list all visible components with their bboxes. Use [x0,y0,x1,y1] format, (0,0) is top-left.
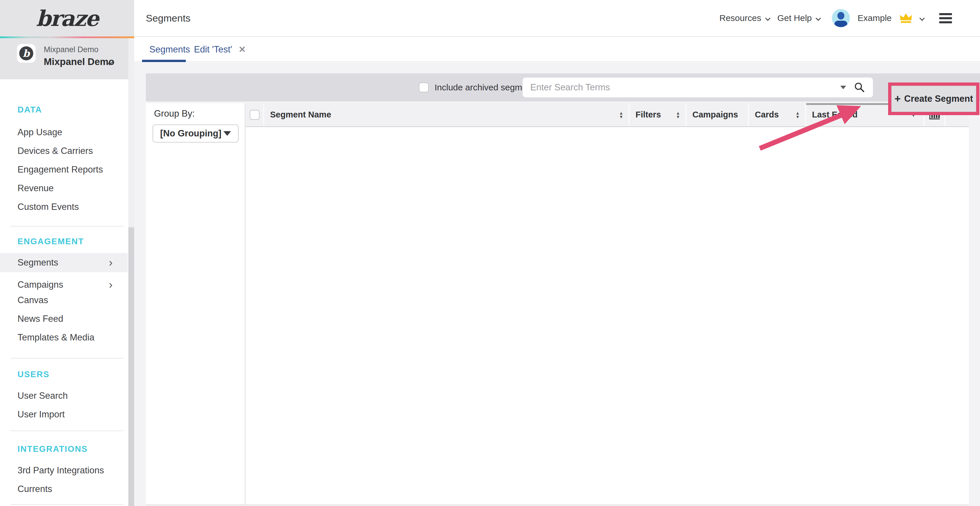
select-all-header-cell [246,103,263,126]
group-by-panel: Group By: [No Grouping] [146,103,246,504]
cards-header-cell[interactable]: Cards ▲▼ [749,103,805,126]
campaigns-header-cell[interactable]: Campaigns [687,103,748,126]
braze-segments-screen: braze b Mixpanel Demo Mixpanel Demo DATA… [0,0,980,506]
user-name: Example [858,13,892,23]
select-all-checkbox[interactable] [250,110,259,120]
segments-table-body [246,127,969,504]
resources-menu[interactable]: Resources [719,13,769,23]
get-help-label: Get Help [777,13,812,23]
page-title: Segments [146,0,191,36]
sidebar-item-3rd-party-integrations[interactable]: 3rd Party Integrations [18,465,114,476]
tab-bar: Segments Edit 'Test' ✕ [134,37,980,62]
segment-search-box [523,78,873,97]
search-input[interactable] [530,82,833,93]
get-help-menu[interactable]: Get Help [777,13,820,23]
segments-table-header: Segment Name ▲▼ Filters ▲▼ Campaigns Car… [246,103,969,127]
include-archived-checkbox[interactable] [419,82,429,92]
content-area: Include archived segments + Create Segme… [134,63,980,506]
sidebar-item-custom-events[interactable]: Custom Events [18,202,114,212]
sidebar-section-data: DATA [18,105,114,114]
sidebar-divider [11,430,124,431]
sidebar: braze b Mixpanel Demo Mixpanel Demo DATA… [0,0,134,506]
chevron-right-icon: › [109,279,113,290]
sidebar-item-user-import[interactable]: User Import [18,409,114,420]
sort-icon[interactable]: ▲▼ [619,111,623,119]
sidebar-scrollbar-thumb[interactable] [128,227,134,506]
group-by-select[interactable]: [No Grouping] [153,124,239,143]
sidebar-item-news-feed[interactable]: News Feed [18,314,114,324]
filters-header-cell[interactable]: Filters ▲▼ [630,103,686,126]
search-dropdown-caret-icon[interactable] [840,86,846,89]
workspace-app-icon: b [17,44,36,63]
logo-block: braze [0,0,134,36]
hamburger-menu-icon[interactable] [939,13,952,23]
tab-segments[interactable]: Segments [150,37,190,62]
plus-icon: + [894,93,900,105]
sidebar-section-users: USERS [18,370,114,379]
workspace-company-name: Mixpanel Demo [44,45,99,54]
chevron-down-icon[interactable] [920,16,924,21]
create-segment-button[interactable]: + Create Segment [891,86,976,112]
chevron-down-icon [816,16,821,21]
header-right-cluster: Resources Get Help Example [719,0,952,36]
resources-label: Resources [719,13,761,23]
sidebar-item-canvas[interactable]: Canvas [18,295,114,306]
search-icon[interactable] [854,82,865,93]
sidebar-item-engagement-reports[interactable]: Engagement Reports [18,164,114,175]
sidebar-divider [11,504,124,505]
crown-icon [899,13,913,23]
sidebar-item-user-search[interactable]: User Search [18,390,114,401]
active-tab-underline [142,60,186,62]
avatar-person-icon [837,12,845,19]
sidebar-item-app-usage[interactable]: App Usage [18,127,114,138]
group-by-label: Group By: [154,108,195,119]
chevron-right-icon: › [109,257,113,268]
segment-name-header-cell[interactable]: Segment Name ▲▼ [264,103,628,126]
sidebar-divider [11,226,124,227]
workspace-selector[interactable]: b Mixpanel Demo Mixpanel Demo [0,38,134,79]
workspace-app-name: Mixpanel Demo [44,56,115,67]
sort-icon[interactable]: ▲▼ [795,111,800,119]
chevron-down-icon [765,16,770,21]
braze-b-icon: b [19,46,33,60]
sidebar-section-engagement: ENGAGEMENT [18,237,114,246]
tab-edit-test[interactable]: Edit 'Test' ✕ [194,37,246,62]
sidebar-item-templates-media[interactable]: Templates & Media [18,332,114,343]
sidebar-item-currents[interactable]: Currents [18,484,114,494]
top-header: Segments Resources Get Help Example [134,0,980,37]
sidebar-item-segments[interactable]: Segments › [0,253,128,272]
segments-body: Group By: [No Grouping] Segment Name ▲▼ [146,103,969,505]
close-icon[interactable]: ✕ [239,44,246,54]
segments-toolbar: Include archived segments + Create Segme… [146,73,980,102]
sidebar-section-integrations: INTEGRATIONS [18,444,114,454]
sidebar-item-campaigns[interactable]: Campaigns › [0,275,128,294]
select-caret-icon [223,131,231,136]
sidebar-item-devices-carriers[interactable]: Devices & Carriers [18,146,114,156]
sidebar-divider [11,358,124,358]
annotation-highlight-box: + Create Segment [888,82,979,115]
braze-logo: braze [36,6,98,31]
user-avatar[interactable] [832,9,850,27]
sidebar-item-revenue[interactable]: Revenue [18,183,114,194]
sort-icon[interactable]: ▲▼ [676,111,680,119]
